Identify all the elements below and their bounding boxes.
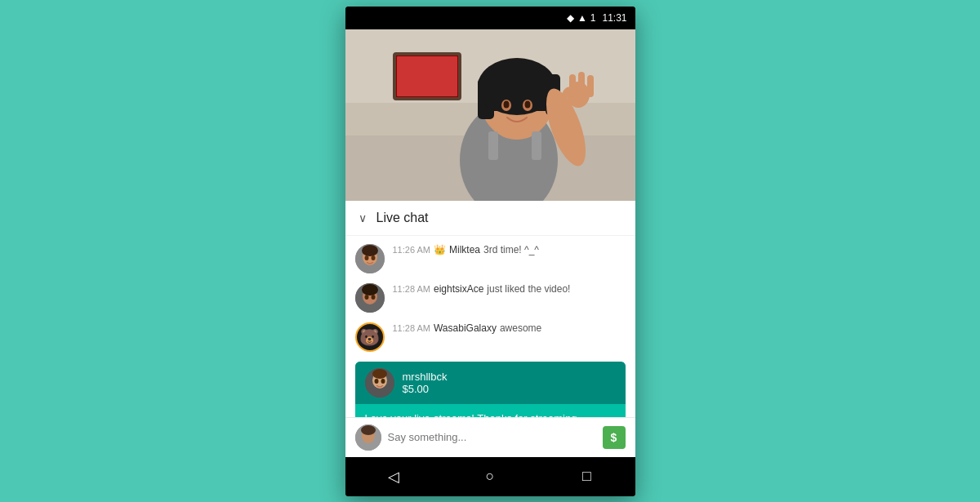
signal-bars: 1 [590, 12, 596, 24]
message-time: 11:26 AM [393, 245, 430, 255]
svg-point-16 [524, 100, 530, 108]
current-user-avatar [355, 424, 381, 451]
avatar [355, 283, 385, 313]
svg-point-39 [381, 379, 385, 384]
svg-point-52 [361, 425, 376, 435]
video-content [345, 29, 635, 201]
user-avatar-milktea [355, 244, 385, 273]
svg-rect-3 [397, 56, 457, 96]
message-username: WasabiGalaxy [434, 322, 497, 334]
message-time: 11:28 AM [393, 284, 430, 294]
user-avatar-mrshllbck [365, 368, 394, 398]
message-row: 11:26 AM 👑 Milktea 3rd time! ^_^ [393, 244, 626, 255]
back-button[interactable]: ◁ [377, 460, 410, 493]
superchat-button[interactable]: $ [603, 426, 626, 449]
chat-input[interactable] [388, 431, 596, 443]
message-text: just liked the video! [487, 283, 570, 295]
message-username: Milktea [449, 244, 480, 255]
list-item: 11:26 AM 👑 Milktea 3rd time! ^_^ [345, 239, 635, 278]
video-area[interactable] [345, 29, 635, 201]
svg-rect-17 [488, 131, 498, 160]
phone-container: ◆ ▲ 1 11:31 [345, 7, 635, 496]
user-avatar-eightsixace [355, 283, 385, 313]
home-button[interactable]: ○ [474, 460, 506, 493]
svg-point-34 [371, 295, 375, 300]
chat-input-area: $ [345, 417, 635, 457]
super-chat-message: mrshllbck $5.00 Love your live-streams! … [355, 362, 626, 417]
nav-bar: ◁ ○ □ [345, 457, 635, 496]
status-icons: ◆ ▲ 1 11:31 [567, 12, 627, 24]
message-username: eightsixAce [434, 283, 483, 295]
chevron-down-icon[interactable]: ∨ [359, 211, 367, 224]
input-avatar [355, 424, 381, 451]
message-time: 11:28 AM [393, 323, 430, 333]
svg-point-29 [371, 255, 375, 260]
chat-header[interactable]: ∨ Live chat [345, 201, 635, 236]
status-time: 11:31 [602, 12, 626, 24]
svg-point-27 [362, 245, 378, 256]
message-content: 11:28 AM eightsixAce just liked the vide… [393, 283, 626, 295]
svg-point-28 [364, 255, 368, 260]
svg-point-37 [372, 369, 387, 379]
message-content: 11:26 AM 👑 Milktea 3rd time! ^_^ [393, 244, 626, 255]
svg-rect-18 [532, 131, 541, 160]
super-chat-amount: $5.00 [403, 383, 448, 395]
svg-point-32 [362, 284, 378, 295]
signal-icon: ▲ [577, 12, 587, 24]
svg-point-33 [364, 295, 368, 300]
list-item: 11:28 AM eightsixAce just liked the vide… [345, 278, 635, 318]
chat-panel: ∨ Live chat 1 [345, 201, 635, 457]
chat-messages: 11:26 AM 👑 Milktea 3rd time! ^_^ [345, 236, 635, 417]
super-chat-username: mrshllbck [403, 371, 448, 383]
svg-rect-22 [578, 72, 585, 96]
svg-point-38 [374, 379, 378, 384]
status-bar: ◆ ▲ 1 11:31 [345, 7, 635, 29]
message-text: awesome [500, 322, 541, 334]
message-text: 3rd time! ^_^ [483, 244, 539, 255]
message-content: 11:28 AM WasabiGalaxy awesome [393, 322, 626, 334]
message-row: 11:28 AM WasabiGalaxy awesome [393, 322, 626, 334]
avatar: 🐻 [355, 322, 385, 352]
chat-title: Live chat [376, 211, 429, 225]
message-row: 11:28 AM eightsixAce just liked the vide… [393, 283, 626, 295]
svg-point-12 [484, 93, 550, 113]
super-chat-user-info: mrshllbck $5.00 [403, 371, 448, 395]
crown-icon: 👑 [434, 244, 446, 255]
svg-rect-23 [587, 75, 594, 97]
list-item: 🐻 11:28 AM WasabiGalaxy awesome [345, 318, 635, 357]
svg-point-15 [503, 100, 509, 108]
super-chat-header: mrshllbck $5.00 [355, 362, 626, 404]
super-chat-avatar [365, 368, 394, 398]
avatar [355, 244, 385, 273]
super-chat-body: Love your live-streams! Thanks for strea… [355, 404, 626, 417]
recent-button[interactable]: □ [570, 460, 603, 493]
wifi-icon: ◆ [567, 12, 574, 24]
